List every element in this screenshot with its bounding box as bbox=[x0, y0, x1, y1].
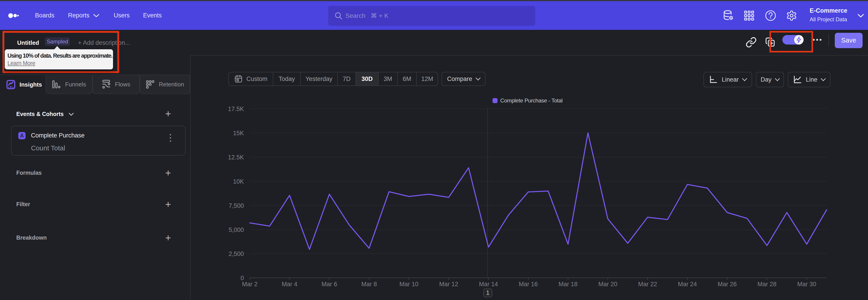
svg-text:Mar 2: Mar 2 bbox=[242, 281, 257, 288]
svg-text:Mar 14: Mar 14 bbox=[479, 281, 498, 288]
svg-text:10K: 10K bbox=[233, 178, 244, 185]
svg-text:Mar 24: Mar 24 bbox=[678, 281, 697, 288]
svg-text:7,500: 7,500 bbox=[228, 202, 244, 209]
svg-text:Mar 12: Mar 12 bbox=[439, 281, 458, 288]
svg-text:Mar 22: Mar 22 bbox=[638, 281, 657, 288]
svg-text:Mar 10: Mar 10 bbox=[399, 281, 418, 288]
svg-text:Mar 30: Mar 30 bbox=[797, 281, 816, 288]
svg-text:15K: 15K bbox=[233, 130, 244, 137]
svg-text:Mar 6: Mar 6 bbox=[321, 281, 337, 288]
svg-text:12.5K: 12.5K bbox=[228, 154, 244, 161]
svg-text:0: 0 bbox=[241, 275, 244, 281]
svg-text:5,000: 5,000 bbox=[228, 227, 244, 233]
svg-text:Mar 20: Mar 20 bbox=[598, 281, 617, 288]
svg-text:Mar 8: Mar 8 bbox=[361, 281, 377, 288]
svg-text:Mar 26: Mar 26 bbox=[718, 281, 737, 288]
svg-text:Mar 28: Mar 28 bbox=[757, 281, 776, 288]
svg-text:1: 1 bbox=[486, 289, 489, 296]
svg-text:Mar 16: Mar 16 bbox=[519, 281, 538, 288]
svg-text:Mar 4: Mar 4 bbox=[282, 281, 297, 288]
svg-text:17.5K: 17.5K bbox=[228, 106, 244, 112]
svg-text:Mar 18: Mar 18 bbox=[559, 281, 578, 288]
svg-text:2,500: 2,500 bbox=[228, 250, 244, 257]
